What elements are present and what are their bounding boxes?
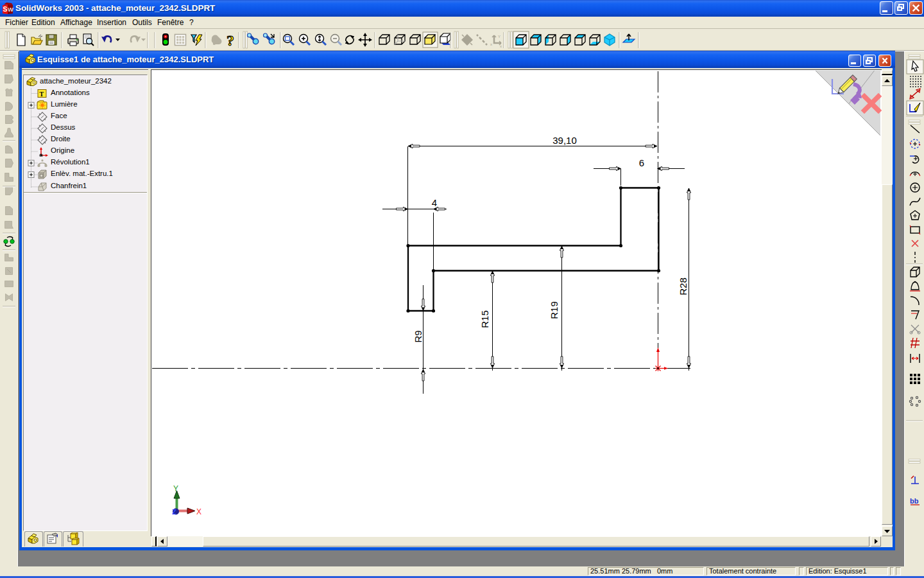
svg-text:R15: R15 xyxy=(479,310,490,328)
svg-text:39,10: 39,10 xyxy=(552,135,577,146)
svg-text:R28: R28 xyxy=(678,277,689,295)
svg-text:S: S xyxy=(3,5,8,13)
svg-text:Z: Z xyxy=(172,508,176,516)
svg-text:T: T xyxy=(40,91,44,98)
svg-text:bb: bb xyxy=(910,497,919,505)
svg-text:4: 4 xyxy=(432,197,437,208)
svg-text:Y: Y xyxy=(173,484,178,493)
svg-text:X: X xyxy=(196,507,201,516)
svg-text:R19: R19 xyxy=(549,301,560,319)
svg-text:W: W xyxy=(8,6,13,13)
svg-text:R9: R9 xyxy=(413,330,424,342)
svg-text:6: 6 xyxy=(639,157,644,168)
